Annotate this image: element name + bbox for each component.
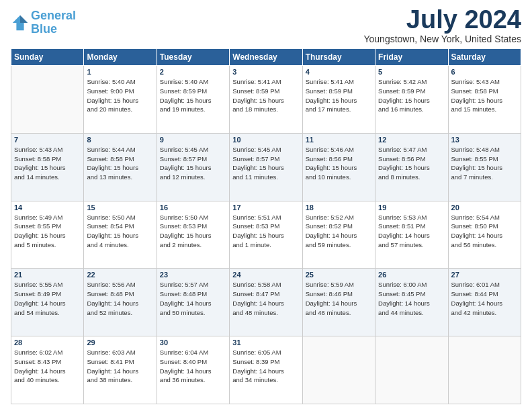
table-row: 10Sunrise: 5:45 AM Sunset: 8:57 PM Dayli… <box>230 133 302 201</box>
calendar-table: Sunday Monday Tuesday Wednesday Thursday… <box>11 48 521 404</box>
table-row: 9Sunrise: 5:45 AM Sunset: 8:57 PM Daylig… <box>157 133 229 201</box>
title-block: July 2024 Youngstown, New York, United S… <box>363 7 521 44</box>
table-row: 18Sunrise: 5:52 AM Sunset: 8:52 PM Dayli… <box>302 201 375 269</box>
table-row: 12Sunrise: 5:47 AM Sunset: 8:56 PM Dayli… <box>375 133 448 201</box>
day-info: Sunrise: 5:50 AM Sunset: 8:53 PM Dayligh… <box>160 213 226 250</box>
logo: General Blue <box>11 9 76 36</box>
day-number: 30 <box>160 338 226 347</box>
table-row: 14Sunrise: 5:49 AM Sunset: 8:55 PM Dayli… <box>11 201 84 269</box>
logo-text: General Blue <box>31 9 76 36</box>
day-number: 1 <box>87 68 153 76</box>
month-title: July 2024 <box>363 7 521 32</box>
table-row: 3Sunrise: 5:41 AM Sunset: 8:59 PM Daylig… <box>230 66 302 134</box>
day-info: Sunrise: 5:53 AM Sunset: 8:51 PM Dayligh… <box>378 213 445 250</box>
svg-marker-1 <box>20 15 28 23</box>
day-number: 26 <box>378 271 445 279</box>
col-friday: Friday <box>375 49 448 66</box>
day-info: Sunrise: 5:50 AM Sunset: 8:54 PM Dayligh… <box>87 213 153 250</box>
day-number: 19 <box>378 203 445 212</box>
calendar-week-row: 28Sunrise: 6:02 AM Sunset: 8:43 PM Dayli… <box>11 336 521 404</box>
col-wednesday: Wednesday <box>230 49 302 66</box>
day-number: 27 <box>451 271 518 279</box>
day-info: Sunrise: 5:47 AM Sunset: 8:56 PM Dayligh… <box>378 145 445 182</box>
day-info: Sunrise: 5:48 AM Sunset: 8:55 PM Dayligh… <box>451 145 518 182</box>
table-row <box>375 336 448 404</box>
col-tuesday: Tuesday <box>157 49 229 66</box>
table-row: 1Sunrise: 5:40 AM Sunset: 9:00 PM Daylig… <box>84 66 157 134</box>
table-row: 30Sunrise: 6:04 AM Sunset: 8:40 PM Dayli… <box>157 336 229 404</box>
day-number: 20 <box>451 203 518 212</box>
day-info: Sunrise: 5:45 AM Sunset: 8:57 PM Dayligh… <box>232 145 299 182</box>
table-row: 21Sunrise: 5:55 AM Sunset: 8:49 PM Dayli… <box>11 269 84 336</box>
day-info: Sunrise: 5:56 AM Sunset: 8:48 PM Dayligh… <box>87 280 153 317</box>
day-info: Sunrise: 5:58 AM Sunset: 8:47 PM Dayligh… <box>232 280 299 317</box>
day-info: Sunrise: 5:46 AM Sunset: 8:56 PM Dayligh… <box>306 145 372 182</box>
day-info: Sunrise: 6:03 AM Sunset: 8:41 PM Dayligh… <box>87 348 153 385</box>
header: General Blue July 2024 Youngstown, New Y… <box>11 7 521 44</box>
table-row: 26Sunrise: 6:00 AM Sunset: 8:45 PM Dayli… <box>375 269 448 336</box>
day-number: 24 <box>232 271 299 279</box>
table-row <box>302 336 375 404</box>
day-number: 31 <box>232 338 299 347</box>
day-info: Sunrise: 5:57 AM Sunset: 8:48 PM Dayligh… <box>160 280 226 317</box>
table-row: 24Sunrise: 5:58 AM Sunset: 8:47 PM Dayli… <box>230 269 302 336</box>
page: General Blue July 2024 Youngstown, New Y… <box>0 0 532 411</box>
calendar-week-row: 21Sunrise: 5:55 AM Sunset: 8:49 PM Dayli… <box>11 269 521 336</box>
table-row <box>11 66 84 134</box>
day-info: Sunrise: 5:43 AM Sunset: 8:58 PM Dayligh… <box>451 77 518 114</box>
col-saturday: Saturday <box>448 49 521 66</box>
day-number: 18 <box>306 203 372 212</box>
day-number: 16 <box>160 203 226 212</box>
table-row <box>448 336 521 404</box>
day-number: 8 <box>87 136 153 144</box>
day-number: 23 <box>160 271 226 279</box>
day-info: Sunrise: 5:42 AM Sunset: 8:59 PM Dayligh… <box>378 77 445 114</box>
day-number: 29 <box>87 338 153 347</box>
day-info: Sunrise: 5:41 AM Sunset: 8:59 PM Dayligh… <box>232 77 299 114</box>
day-number: 3 <box>232 68 299 76</box>
table-row: 28Sunrise: 6:02 AM Sunset: 8:43 PM Dayli… <box>11 336 84 404</box>
day-number: 9 <box>160 136 226 144</box>
table-row: 22Sunrise: 5:56 AM Sunset: 8:48 PM Dayli… <box>84 269 157 336</box>
day-info: Sunrise: 5:52 AM Sunset: 8:52 PM Dayligh… <box>306 213 372 250</box>
table-row: 2Sunrise: 5:40 AM Sunset: 8:59 PM Daylig… <box>157 66 229 134</box>
day-info: Sunrise: 5:45 AM Sunset: 8:57 PM Dayligh… <box>160 145 226 182</box>
day-number: 17 <box>232 203 299 212</box>
table-row: 20Sunrise: 5:54 AM Sunset: 8:50 PM Dayli… <box>448 201 521 269</box>
day-number: 28 <box>14 338 81 347</box>
table-row: 17Sunrise: 5:51 AM Sunset: 8:53 PM Dayli… <box>230 201 302 269</box>
table-row: 15Sunrise: 5:50 AM Sunset: 8:54 PM Dayli… <box>84 201 157 269</box>
col-sunday: Sunday <box>11 49 84 66</box>
calendar-week-row: 14Sunrise: 5:49 AM Sunset: 8:55 PM Dayli… <box>11 201 521 269</box>
calendar-header-row: Sunday Monday Tuesday Wednesday Thursday… <box>11 49 521 66</box>
day-number: 25 <box>306 271 372 279</box>
day-number: 2 <box>160 68 226 76</box>
day-number: 11 <box>306 136 372 144</box>
day-info: Sunrise: 5:43 AM Sunset: 8:58 PM Dayligh… <box>14 145 81 182</box>
day-number: 7 <box>14 136 81 144</box>
table-row: 27Sunrise: 6:01 AM Sunset: 8:44 PM Dayli… <box>448 269 521 336</box>
table-row: 6Sunrise: 5:43 AM Sunset: 8:58 PM Daylig… <box>448 66 521 134</box>
logo-icon <box>11 13 30 32</box>
table-row: 4Sunrise: 5:41 AM Sunset: 8:59 PM Daylig… <box>302 66 375 134</box>
col-monday: Monday <box>84 49 157 66</box>
day-info: Sunrise: 5:41 AM Sunset: 8:59 PM Dayligh… <box>306 77 372 114</box>
day-info: Sunrise: 6:05 AM Sunset: 8:39 PM Dayligh… <box>232 348 299 385</box>
location: Youngstown, New York, United States <box>363 34 521 44</box>
day-info: Sunrise: 5:51 AM Sunset: 8:53 PM Dayligh… <box>232 213 299 250</box>
table-row: 19Sunrise: 5:53 AM Sunset: 8:51 PM Dayli… <box>375 201 448 269</box>
calendar-week-row: 7Sunrise: 5:43 AM Sunset: 8:58 PM Daylig… <box>11 133 521 201</box>
day-info: Sunrise: 6:04 AM Sunset: 8:40 PM Dayligh… <box>160 348 226 385</box>
day-number: 14 <box>14 203 81 212</box>
day-info: Sunrise: 5:40 AM Sunset: 9:00 PM Dayligh… <box>87 77 153 114</box>
day-info: Sunrise: 6:01 AM Sunset: 8:44 PM Dayligh… <box>451 280 518 317</box>
day-number: 21 <box>14 271 81 279</box>
calendar-week-row: 1Sunrise: 5:40 AM Sunset: 9:00 PM Daylig… <box>11 66 521 134</box>
table-row: 25Sunrise: 5:59 AM Sunset: 8:46 PM Dayli… <box>302 269 375 336</box>
col-thursday: Thursday <box>302 49 375 66</box>
table-row: 23Sunrise: 5:57 AM Sunset: 8:48 PM Dayli… <box>157 269 229 336</box>
day-info: Sunrise: 6:00 AM Sunset: 8:45 PM Dayligh… <box>378 280 445 317</box>
table-row: 31Sunrise: 6:05 AM Sunset: 8:39 PM Dayli… <box>230 336 302 404</box>
day-info: Sunrise: 6:02 AM Sunset: 8:43 PM Dayligh… <box>14 348 81 385</box>
day-info: Sunrise: 5:54 AM Sunset: 8:50 PM Dayligh… <box>451 213 518 250</box>
